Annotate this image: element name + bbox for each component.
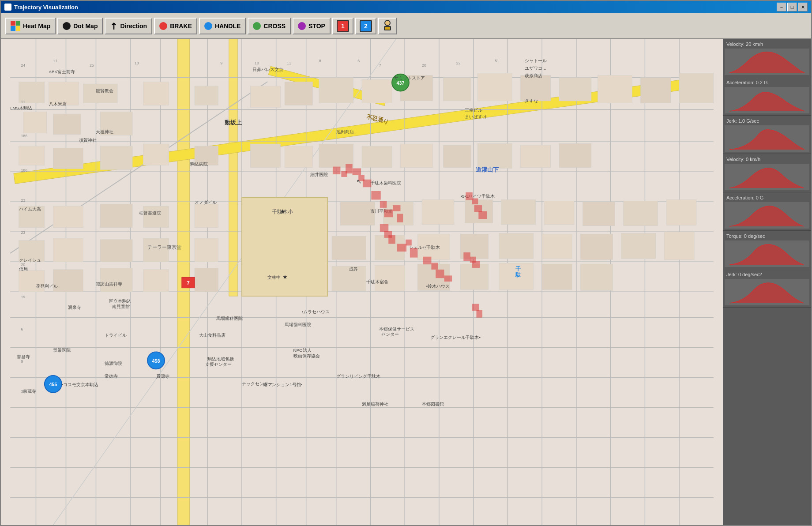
svg-text:シャトール: シャトール	[525, 58, 547, 63]
svg-rect-112	[375, 265, 405, 291]
torque-chart	[725, 240, 809, 267]
svg-rect-94	[100, 240, 132, 262]
svg-text:10: 10	[255, 61, 259, 65]
svg-text:39: 39	[21, 389, 25, 394]
handle-label: HANDLE	[215, 23, 241, 30]
svg-rect-104	[621, 233, 656, 259]
svg-rect-55	[444, 77, 471, 101]
app-icon	[4, 4, 11, 11]
svg-text:諏訪山吉祥寺: 諏訪山吉祥寺	[96, 282, 122, 286]
svg-text:★: ★	[280, 208, 286, 215]
minimize-button[interactable]: −	[777, 3, 786, 11]
svg-text:7: 7	[379, 63, 381, 68]
svg-rect-81	[143, 206, 169, 228]
map-container[interactable]: 千駄木小 ★ 437 458 455 7 ABK富士前寺 龍賢教会 八木米店	[1, 39, 723, 525]
jerk1-chart	[725, 125, 809, 152]
svg-rect-91	[666, 199, 696, 225]
svg-rect-72	[444, 145, 471, 168]
svg-rect-49	[195, 86, 218, 105]
svg-rect-116	[542, 264, 572, 289]
svg-text:18: 18	[135, 61, 139, 65]
svg-rect-235	[423, 257, 431, 264]
cross-button[interactable]: CROSS	[248, 18, 291, 34]
brake-button[interactable]: BRAKE	[154, 18, 197, 34]
svg-rect-246	[472, 304, 479, 311]
svg-rect-232	[397, 244, 406, 252]
player2-button[interactable]: 2	[355, 18, 376, 34]
svg-text:テーラー東京堂: テーラー東京堂	[147, 244, 181, 250]
svg-rect-90	[624, 201, 658, 225]
svg-text:信局: 信局	[19, 267, 28, 271]
svg-rect-56	[477, 73, 512, 101]
direction-label: Direction	[120, 23, 147, 30]
svg-text:437: 437	[397, 80, 405, 86]
svg-text:20: 20	[422, 63, 426, 68]
jerk1-label: Jerk: 1.0 G/sec	[725, 117, 809, 124]
svg-rect-239	[466, 192, 473, 200]
svg-text:駄: 駄	[515, 272, 521, 278]
svg-text:ナックセンター: ナックセンター	[242, 381, 273, 386]
svg-text:善昌寺: 善昌寺	[17, 354, 30, 359]
velocity1-panel: Velocity: 20 km/h	[723, 39, 811, 77]
svg-text:11: 11	[53, 59, 57, 63]
svg-rect-95	[143, 238, 169, 262]
svg-rect-231	[388, 235, 395, 244]
torque-panel: Torque: 0 deg/sec	[723, 231, 811, 269]
stop-icon	[298, 22, 306, 30]
svg-rect-242	[478, 211, 487, 219]
svg-text:三幸ビル: 三幸ビル	[465, 108, 482, 113]
svg-text:LMS木駒込: LMS木駒込	[10, 105, 32, 110]
svg-text:↖: ↖	[357, 178, 362, 185]
svg-rect-70	[362, 146, 392, 168]
svg-text:9: 9	[21, 359, 23, 364]
svg-text:駒込地域包括: 駒込地域包括	[207, 357, 234, 361]
svg-text:景厳医院: 景厳医院	[53, 348, 71, 353]
svg-text:センター: センター	[381, 332, 399, 337]
svg-rect-101	[499, 233, 534, 259]
svg-text:20: 20	[21, 263, 25, 267]
svg-rect-237	[436, 270, 444, 278]
acceleration2-panel: Acceleration: 0 G	[723, 192, 811, 231]
maximize-button[interactable]: □	[787, 3, 797, 11]
svg-rect-74	[521, 145, 551, 168]
svg-rect-109	[143, 270, 169, 292]
direction-button[interactable]: ↗ Direction	[105, 18, 152, 34]
svg-text:23: 23	[21, 198, 25, 203]
svg-rect-85	[422, 199, 454, 224]
svg-rect-245	[472, 261, 480, 268]
jerk2-panel: Jerk: 0 deg/sec2	[723, 269, 811, 308]
handle-button[interactable]: HANDLE	[199, 18, 246, 34]
heat-map-button[interactable]: Heat Map	[5, 18, 56, 34]
svg-rect-229	[380, 224, 388, 232]
dot-map-button[interactable]: Dot Map	[57, 18, 103, 34]
svg-text:まいばすけ: まいばすけ	[465, 114, 487, 119]
svg-text:徳源御院: 徳源御院	[105, 361, 122, 366]
jerk1-panel: Jerk: 1.0 G/sec	[723, 116, 811, 154]
stop-button[interactable]: STOP	[293, 18, 331, 34]
heat-map-label: Heat Map	[23, 23, 50, 30]
svg-rect-102	[542, 234, 572, 259]
velocity2-panel: Velocity: 0 km/h	[723, 154, 811, 192]
svg-rect-117	[581, 264, 613, 290]
svg-rect-243	[463, 252, 470, 261]
svg-text:6: 6	[21, 327, 23, 331]
svg-rect-228	[397, 214, 403, 222]
svg-rect-65	[143, 144, 169, 165]
svg-text:458: 458	[152, 358, 160, 364]
svg-text:186: 186	[21, 134, 27, 139]
svg-rect-225	[380, 201, 387, 208]
svg-rect-71	[400, 144, 432, 167]
svg-rect-82	[195, 204, 218, 227]
svg-rect-110	[195, 268, 218, 292]
svg-rect-221	[353, 168, 361, 175]
stop-label: STOP	[308, 23, 325, 30]
close-button[interactable]: ✕	[798, 3, 808, 11]
svg-text:天祖神社: 天祖神社	[96, 129, 113, 134]
svg-rect-57	[521, 75, 551, 101]
svg-text:11: 11	[21, 100, 25, 104]
player1-button[interactable]: 1	[332, 18, 353, 34]
svg-rect-103	[581, 234, 613, 259]
svg-rect-96	[195, 238, 218, 262]
svg-text:8: 8	[319, 59, 321, 63]
person-button[interactable]	[378, 18, 397, 34]
